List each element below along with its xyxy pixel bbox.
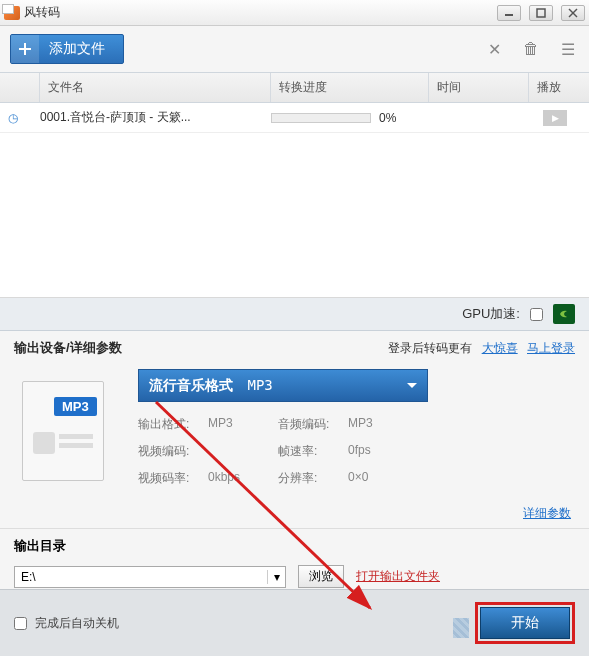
kv-vcodec-k: 视频编码: — [138, 443, 208, 460]
login-hint: 登录后转码更有 — [388, 341, 472, 355]
browse-button[interactable]: 浏览 — [298, 565, 344, 588]
menu-icon[interactable]: ☰ — [561, 40, 575, 59]
format-tag: MP3 — [54, 397, 97, 416]
outdir-title: 输出目录 — [0, 528, 589, 559]
login-link[interactable]: 马上登录 — [527, 341, 575, 355]
shutdown-checkbox[interactable] — [14, 617, 27, 630]
svg-rect-1 — [537, 9, 545, 17]
kv-vbit-k: 视频码率: — [138, 470, 208, 487]
artifact — [453, 618, 469, 638]
nvidia-icon — [553, 304, 575, 324]
kv-fps-v: 0fps — [348, 443, 408, 460]
start-button[interactable]: 开始 — [480, 607, 570, 639]
add-file-label: 添加文件 — [39, 40, 123, 58]
kv-res-k: 分辨率: — [278, 470, 348, 487]
format-select-sub: MP3 — [247, 377, 272, 393]
output-path-combo[interactable]: ▾ — [14, 566, 286, 588]
kv-audio-k: 音频编码: — [278, 416, 348, 433]
shutdown-label: 完成后自动关机 — [35, 615, 119, 632]
kv-audio-v: MP3 — [348, 416, 408, 433]
annotation-highlight-box: 开始 — [475, 602, 575, 644]
remove-icon[interactable]: ✕ — [488, 40, 501, 59]
kv-vbit-v: 0kbps — [208, 470, 278, 487]
col-time[interactable]: 时间 — [429, 73, 529, 102]
app-icon — [4, 6, 20, 20]
file-list: ◷ 0001.音悦台-萨顶顶 - 天簌... 0% ▶ — [0, 103, 589, 298]
col-icon — [0, 73, 40, 102]
play-button[interactable]: ▶ — [543, 110, 567, 126]
progress-text: 0% — [379, 111, 396, 125]
chevron-down-icon — [407, 383, 417, 393]
progress-bar — [271, 113, 371, 123]
gpu-label: GPU加速: — [462, 305, 520, 323]
close-button[interactable] — [561, 5, 585, 21]
kv-res-v: 0×0 — [348, 470, 408, 487]
chevron-down-icon[interactable]: ▾ — [267, 570, 285, 584]
col-filename[interactable]: 文件名 — [40, 73, 271, 102]
maximize-button[interactable] — [529, 5, 553, 21]
add-file-button[interactable]: 添加文件 — [10, 34, 124, 64]
output-path-input[interactable] — [15, 570, 267, 584]
table-row[interactable]: ◷ 0001.音悦台-萨顶顶 - 天簌... 0% ▶ — [0, 103, 589, 133]
col-play[interactable]: 播放 — [529, 73, 589, 102]
format-select[interactable]: 流行音乐格式 MP3 — [138, 369, 428, 402]
surprise-link[interactable]: 大惊喜 — [482, 341, 518, 355]
open-output-folder-link[interactable]: 打开输出文件夹 — [356, 568, 440, 585]
clock-icon: ◷ — [8, 111, 40, 125]
kv-fps-k: 帧速率: — [278, 443, 348, 460]
params-title: 输出设备/详细参数 — [14, 339, 122, 357]
gpu-checkbox[interactable] — [530, 308, 543, 321]
plus-icon — [11, 35, 39, 63]
kv-vcodec-v — [208, 443, 278, 460]
format-preview-icon: MP3 — [14, 369, 122, 489]
window-title: 风转码 — [24, 4, 60, 21]
col-progress[interactable]: 转换进度 — [271, 73, 429, 102]
trash-icon[interactable]: 🗑 — [523, 40, 539, 59]
file-name-cell: 0001.音悦台-萨顶顶 - 天簌... — [40, 109, 271, 126]
kv-out-fmt-v: MP3 — [208, 416, 278, 433]
format-select-main: 流行音乐格式 — [149, 377, 233, 393]
minimize-button[interactable] — [497, 5, 521, 21]
kv-out-fmt-k: 输出格式: — [138, 416, 208, 433]
detail-params-link[interactable]: 详细参数 — [523, 506, 571, 520]
